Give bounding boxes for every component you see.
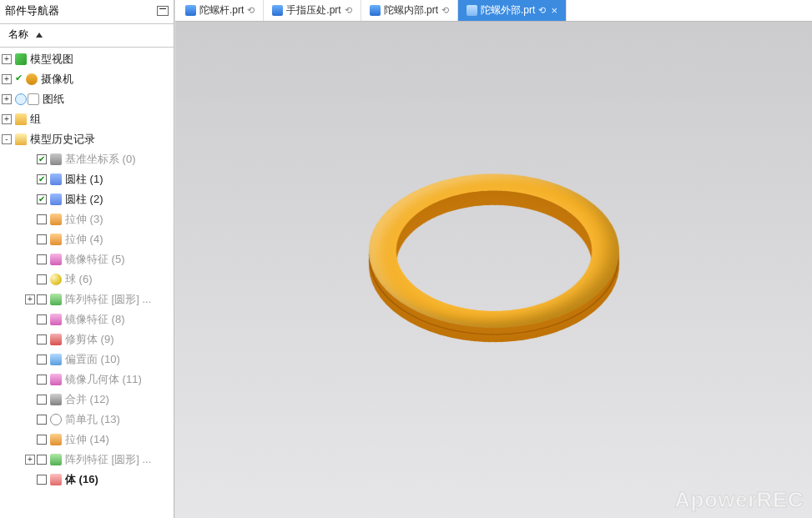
node-label: 模型历史记录 — [30, 132, 95, 147]
tree-row[interactable]: 圆柱 (2) — [0, 189, 174, 209]
expander-icon[interactable]: + — [2, 74, 12, 84]
tree-row[interactable]: +组 — [0, 109, 174, 129]
tree-row[interactable]: +模型视图 — [0, 49, 174, 69]
visibility-checkbox[interactable] — [37, 174, 47, 184]
document-tab[interactable]: 陀螺杆.prt⟲ — [177, 0, 264, 21]
node-icons — [50, 254, 62, 265]
visibility-checkbox[interactable] — [37, 455, 47, 465]
tree-row[interactable]: 拉伸 (14) — [0, 430, 174, 450]
sheet-icon — [28, 93, 39, 105]
expander-icon[interactable]: - — [2, 134, 12, 144]
expander-icon[interactable]: + — [2, 54, 12, 64]
mir-icon — [50, 254, 62, 265]
sphere-icon — [50, 274, 62, 285]
panel-titlebar: 部件导航器 — [0, 0, 174, 24]
tab-label: 手指压处.prt — [286, 3, 340, 18]
node-icons — [50, 153, 62, 165]
tree-row[interactable]: 合并 (12) — [0, 390, 174, 410]
tab-label: 陀螺外部.prt — [481, 3, 535, 18]
visibility-checkbox[interactable] — [37, 314, 47, 324]
node-label: 偏置面 (10) — [65, 352, 120, 367]
node-icons — [15, 73, 38, 85]
expander-icon[interactable]: + — [2, 94, 12, 104]
hole-icon — [50, 414, 62, 425]
pin-icon[interactable]: ⟲ — [441, 5, 449, 16]
mir-icon — [50, 314, 62, 325]
tree-row[interactable]: 球 (6) — [0, 269, 174, 289]
node-label: 基准坐标系 (0) — [65, 152, 136, 167]
tree-row[interactable]: -模型历史记录 — [0, 129, 174, 149]
visibility-checkbox[interactable] — [37, 435, 47, 445]
node-label: 图纸 — [43, 92, 64, 107]
part-file-icon — [370, 5, 381, 16]
node-icons — [15, 93, 39, 105]
close-icon[interactable]: × — [551, 4, 557, 17]
pin-icon[interactable]: ⟲ — [538, 5, 546, 16]
visibility-checkbox[interactable] — [37, 254, 47, 264]
node-label: 摄像机 — [41, 72, 73, 87]
node-icons — [50, 234, 62, 245]
tree-row[interactable]: +阵列特征 [圆形] ... — [0, 289, 174, 309]
panel-restore-icon[interactable] — [157, 6, 169, 16]
visibility-checkbox[interactable] — [37, 214, 47, 224]
column-name-label: 名称 — [8, 28, 28, 40]
feature-tree[interactable]: +模型视图+摄像机+图纸+组-模型历史记录基准坐标系 (0)圆柱 (1)圆柱 (… — [0, 48, 174, 518]
visibility-checkbox[interactable] — [37, 395, 47, 405]
pin-icon[interactable]: ⟲ — [345, 5, 352, 16]
expander-icon[interactable]: + — [25, 455, 35, 465]
viewport[interactable]: ApowerREC — [175, 22, 812, 518]
visibility-checkbox[interactable] — [37, 274, 47, 284]
node-label: 镜像特征 (8) — [65, 312, 125, 327]
document-tab[interactable]: 陀螺内部.prt⟲ — [361, 0, 458, 21]
off-icon — [50, 354, 62, 365]
expander-icon[interactable]: + — [2, 114, 12, 124]
pin-icon[interactable]: ⟲ — [247, 5, 255, 16]
tree-row[interactable]: +图纸 — [0, 89, 174, 109]
visibility-checkbox[interactable] — [37, 355, 47, 365]
expander-icon[interactable]: + — [25, 294, 35, 304]
visibility-checkbox[interactable] — [37, 415, 47, 425]
tree-row[interactable]: 基准坐标系 (0) — [0, 149, 174, 169]
visibility-checkbox[interactable] — [37, 294, 47, 304]
tab-label: 陀螺杆.prt — [199, 3, 244, 18]
tree-row[interactable]: 镜像特征 (5) — [0, 249, 174, 269]
node-icons — [50, 474, 62, 485]
tree-row[interactable]: 镜像特征 (8) — [0, 309, 174, 329]
tree-row[interactable]: 拉伸 (3) — [0, 209, 174, 229]
tree-row[interactable]: +阵列特征 [圆形] ... — [0, 450, 174, 470]
visibility-checkbox[interactable] — [37, 154, 47, 164]
tree-row[interactable]: 体 (16) — [0, 470, 174, 490]
tree-row[interactable]: 拉伸 (4) — [0, 229, 174, 249]
visibility-checkbox[interactable] — [37, 475, 47, 485]
part-file-icon — [467, 5, 477, 16]
document-tab[interactable]: 陀螺外部.prt⟲× — [458, 0, 567, 21]
tree-row[interactable]: 镜像几何体 (11) — [0, 370, 174, 390]
node-icons — [50, 314, 62, 325]
cyl-icon — [50, 174, 62, 185]
node-label: 体 (16) — [65, 472, 98, 487]
node-icons — [50, 274, 62, 285]
tab-label: 陀螺内部.prt — [384, 3, 438, 18]
model-scene[interactable]: ApowerREC — [175, 22, 812, 518]
node-label: 修剪体 (9) — [65, 332, 114, 347]
tree-row[interactable]: 简单孔 (13) — [0, 410, 174, 430]
node-icons — [15, 133, 27, 145]
tree-row[interactable]: 偏置面 (10) — [0, 350, 174, 370]
tree-row[interactable]: +摄像机 — [0, 69, 174, 89]
folder-icon — [15, 113, 27, 125]
visibility-checkbox[interactable] — [37, 234, 47, 244]
datum-icon — [50, 153, 62, 165]
column-header[interactable]: 名称 — [0, 24, 174, 48]
mrg-icon — [50, 394, 62, 405]
visibility-checkbox[interactable] — [37, 334, 47, 344]
visibility-checkbox[interactable] — [37, 375, 47, 385]
sort-ascending-icon — [36, 33, 43, 38]
node-icons — [50, 294, 62, 305]
document-tab[interactable]: 手指压处.prt⟲ — [264, 0, 361, 21]
visibility-checkbox[interactable] — [37, 194, 47, 204]
ext-icon — [50, 434, 62, 445]
tree-row[interactable]: 修剪体 (9) — [0, 329, 174, 350]
ext-icon — [50, 214, 62, 225]
part-file-icon — [272, 5, 283, 16]
tree-row[interactable]: 圆柱 (1) — [0, 169, 174, 189]
